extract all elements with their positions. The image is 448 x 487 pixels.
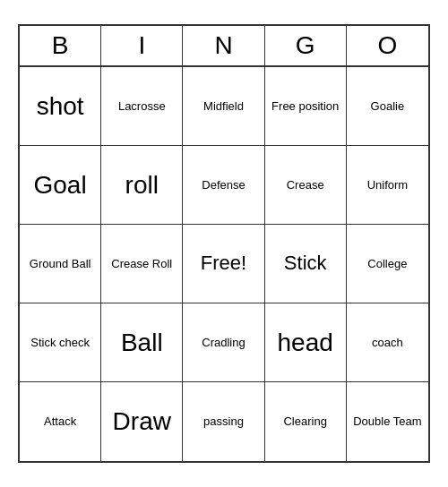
bingo-cell: coach: [347, 303, 428, 382]
cell-text: Draw: [113, 406, 171, 437]
cell-text: Attack: [44, 414, 76, 429]
cell-text: Ball: [121, 328, 163, 358]
bingo-cell: Defense: [183, 146, 264, 225]
cell-text: Crease Roll: [111, 257, 172, 271]
bingo-cell: Draw: [101, 382, 183, 461]
bingo-cell: Cradling: [183, 303, 264, 382]
cell-text: passing: [203, 414, 244, 429]
bingo-cell: College: [347, 225, 428, 303]
header-letter: N: [183, 26, 264, 65]
cell-text: Lacrosse: [118, 99, 166, 114]
cell-text: Stick: [284, 252, 327, 275]
bingo-cell: Lacrosse: [101, 67, 183, 146]
cell-text: Goal: [34, 170, 87, 201]
cell-text: Ground Ball: [30, 257, 91, 271]
cell-text: Free!: [201, 252, 246, 275]
bingo-cell: Uniform: [347, 146, 428, 225]
bingo-cell: roll: [101, 146, 183, 225]
bingo-card: BINGO shotLacrosseMidfieldFree positionG…: [18, 24, 430, 463]
bingo-grid: shotLacrosseMidfieldFree positionGoalieG…: [20, 67, 428, 461]
cell-text: Stick check: [30, 336, 90, 350]
cell-text: coach: [372, 336, 403, 350]
cell-text: Free position: [271, 99, 339, 114]
bingo-cell: head: [265, 303, 347, 382]
bingo-header: BINGO: [20, 26, 428, 67]
bingo-cell: Double Team: [347, 382, 428, 461]
cell-text: shot: [37, 91, 84, 122]
cell-text: Uniform: [367, 178, 409, 192]
header-letter: I: [101, 26, 183, 65]
cell-text: Cradling: [202, 336, 245, 350]
cell-text: head: [278, 328, 333, 358]
bingo-cell: Midfield: [183, 67, 264, 146]
header-letter: O: [347, 26, 428, 65]
bingo-cell: Ball: [101, 303, 183, 382]
bingo-cell: Free!: [183, 225, 264, 303]
cell-text: Double Team: [353, 414, 421, 429]
header-letter: B: [20, 26, 101, 65]
bingo-cell: Free position: [265, 67, 347, 146]
cell-text: roll: [125, 170, 159, 201]
cell-text: Clearing: [283, 414, 326, 429]
bingo-cell: Goalie: [347, 67, 428, 146]
bingo-cell: Goal: [20, 146, 101, 225]
cell-text: Midfield: [203, 99, 244, 114]
cell-text: Defense: [202, 178, 245, 192]
bingo-cell: Crease: [265, 146, 347, 225]
bingo-cell: Ground Ball: [20, 225, 101, 303]
bingo-cell: Crease Roll: [101, 225, 183, 303]
bingo-cell: Attack: [20, 382, 101, 461]
header-letter: G: [265, 26, 347, 65]
bingo-cell: shot: [20, 67, 101, 146]
cell-text: Goalie: [371, 99, 405, 114]
cell-text: College: [367, 257, 407, 271]
bingo-cell: Stick check: [20, 303, 101, 382]
bingo-cell: Clearing: [265, 382, 347, 461]
cell-text: Crease: [287, 178, 324, 192]
bingo-cell: Stick: [265, 225, 347, 303]
bingo-cell: passing: [183, 382, 264, 461]
